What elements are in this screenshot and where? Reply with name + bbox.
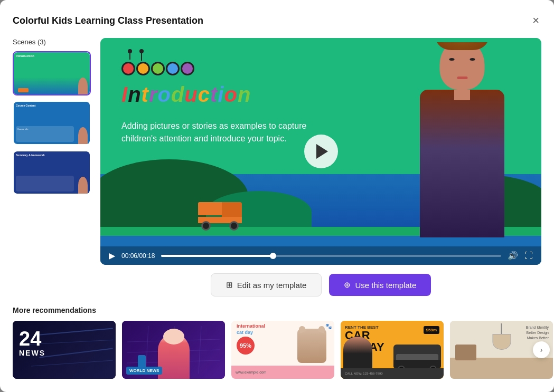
scene-1-person-mini xyxy=(78,78,88,94)
scenes-label: Scenes (3) xyxy=(13,38,91,46)
scene-preview-bg-2: Course Content Course info xyxy=(14,102,90,144)
scene-3-content-box xyxy=(16,176,74,192)
caterpillar-body xyxy=(121,62,194,75)
volume-icon[interactable]: 🔊 xyxy=(508,251,518,261)
rec-item-3[interactable]: 🐾 International cat day 95% www.example.… xyxy=(231,321,334,379)
seg-red xyxy=(121,62,135,75)
rec-item-4[interactable]: RENT THE BEST CAR TODAY $59m xyxy=(341,321,444,379)
news-badge: 24 NEWS xyxy=(19,329,45,357)
person-hair xyxy=(436,42,489,50)
truck-body-group xyxy=(198,202,242,231)
intro-title: Introduction xyxy=(121,83,251,107)
rec5-makes-text: Makes Better xyxy=(526,336,549,341)
next-arrow-button[interactable]: › xyxy=(533,341,550,358)
truck-top xyxy=(198,202,242,217)
car-image xyxy=(393,345,441,368)
more-recommendations: More recommendations 24 NEWS xyxy=(13,306,541,379)
truck xyxy=(198,202,242,231)
scene-3-label: Summary & Homework xyxy=(16,154,45,157)
rec3-footer-text: www.example.com xyxy=(236,370,266,374)
scene-item-2[interactable]: Course Content Course info xyxy=(13,101,91,145)
seg-green xyxy=(151,62,165,75)
person-neck xyxy=(454,90,470,100)
main-area: Introduction Adding pictures or stories … xyxy=(100,38,541,297)
scene-thumb-1: Introduction xyxy=(14,52,90,94)
rec5-brand-text: Brand Identity xyxy=(526,325,549,330)
wheel-front xyxy=(201,221,211,231)
video-subtitle: Adding pictures or stories as examples t… xyxy=(121,120,322,145)
scene-thumb-2: Course Content Course info xyxy=(14,102,90,144)
close-button[interactable]: × xyxy=(530,13,541,28)
microphone xyxy=(138,355,146,368)
fullscreen-icon[interactable]: ⛶ xyxy=(524,251,533,261)
edit-label: Edit as my template xyxy=(237,281,307,290)
cat-photo xyxy=(297,329,326,363)
rec4-footer: CALL NOW: 123-456-7890 xyxy=(341,368,444,379)
rec5-text-area: Brand Identity Better Design Makes Bette… xyxy=(526,325,549,340)
seg-blue xyxy=(166,62,180,75)
news-label: NEWS xyxy=(19,349,45,357)
paw-prints: 🐾 xyxy=(325,323,332,329)
scene-item-1[interactable]: Introduction xyxy=(13,51,91,95)
lamp-shade xyxy=(492,334,511,350)
video-player[interactable]: Introduction Adding pictures or stories … xyxy=(100,38,541,265)
video-person xyxy=(399,42,520,237)
caterpillar-logo xyxy=(121,51,194,75)
svg-line-6 xyxy=(199,326,201,374)
content-area: Scenes (3) Introduction Course Content xyxy=(13,38,541,297)
antenna-left xyxy=(129,51,130,60)
use-template-button[interactable]: ⊕ Use this template xyxy=(329,274,431,296)
action-buttons: ⊞ Edit as my template ⊕ Use this templat… xyxy=(100,273,541,297)
number-24: 24 xyxy=(19,329,45,349)
modal-title: Colorful Kids Learning Class Presentatio… xyxy=(13,15,203,26)
scene-3-person-mini xyxy=(78,177,88,194)
eye-right xyxy=(470,58,475,61)
play-icon xyxy=(316,144,328,159)
sidebar: Scenes (3) Introduction Course Content xyxy=(13,38,91,297)
international-text: International xyxy=(237,323,265,330)
lips xyxy=(457,77,467,79)
person-figure xyxy=(409,47,515,237)
progress-fill xyxy=(161,255,273,257)
shelf xyxy=(450,358,553,379)
scene-thumb-3: Summary & Homework xyxy=(14,151,90,194)
edit-icon: ⊞ xyxy=(226,280,233,290)
time-display: 00:06/00:18 xyxy=(121,252,155,260)
play-control-icon[interactable]: ▶ xyxy=(109,251,115,261)
cat-day-title: International cat day xyxy=(237,323,265,336)
plus-circle-icon: ⊕ xyxy=(344,280,351,290)
next-arrow-label: › xyxy=(540,346,543,354)
lamp xyxy=(492,323,511,350)
cat-day-text: cat day xyxy=(237,330,265,336)
play-button[interactable] xyxy=(304,135,338,168)
rec2-person xyxy=(158,334,190,379)
seg-purple xyxy=(181,62,194,75)
progress-dot xyxy=(270,253,276,259)
vase xyxy=(455,345,476,360)
truck-bed xyxy=(198,202,222,215)
eye-left xyxy=(449,58,455,61)
edit-template-button[interactable]: ⊞ Edit as my template xyxy=(211,273,322,297)
scene-preview-bg-3: Summary & Homework xyxy=(14,151,90,194)
rec-item-1[interactable]: 24 NEWS xyxy=(13,321,116,379)
scene-item-3[interactable]: Summary & Homework xyxy=(13,150,91,195)
modal-header: Colorful Kids Learning Class Presentatio… xyxy=(13,13,541,28)
rec3-footer: www.example.com xyxy=(231,366,334,379)
seg-orange xyxy=(136,62,150,75)
scene-2-label: Course Content xyxy=(16,104,36,107)
discount-badge: 95% xyxy=(237,337,255,355)
lamp-cord xyxy=(501,323,502,334)
rec4-footer-text: CALL NOW: 123-456-7890 xyxy=(345,372,383,375)
scene-preview-bg-1: Introduction xyxy=(14,52,90,94)
progress-bar[interactable] xyxy=(161,255,501,257)
scene-1-intro-label: Introduction xyxy=(16,54,34,58)
use-label: Use this template xyxy=(355,281,416,290)
antenna-right xyxy=(141,51,142,61)
rec5-better-text: Better Design xyxy=(526,330,549,336)
rec-item-2[interactable]: WORLD NEWS xyxy=(122,321,225,379)
video-background: Introduction Adding pictures or stories … xyxy=(100,38,541,265)
recommendations-row: 24 NEWS xyxy=(13,321,541,379)
more-label: More recommendations xyxy=(13,306,541,314)
truck-cab xyxy=(222,202,242,217)
antennae xyxy=(129,51,194,61)
